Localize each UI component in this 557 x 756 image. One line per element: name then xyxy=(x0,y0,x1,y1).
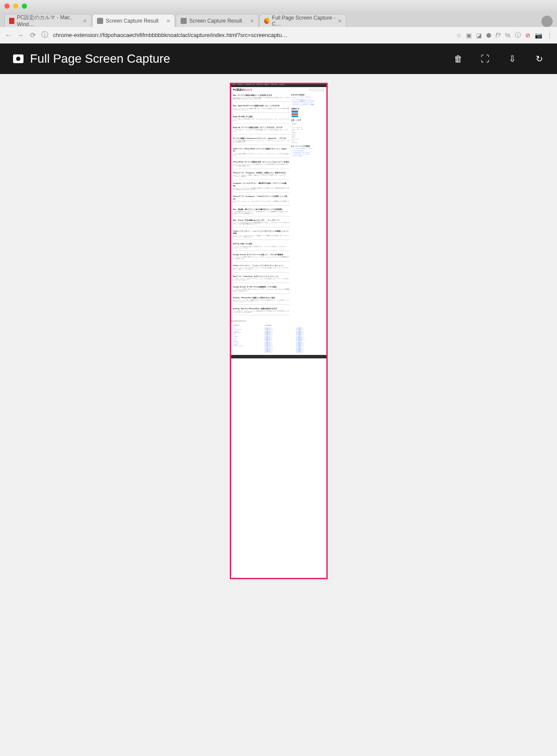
pocket-icon[interactable]: ⬢ xyxy=(486,32,491,39)
mini-article-title: Apple ID の使い方と設定 xyxy=(233,115,290,118)
block-icon[interactable]: ⊘ xyxy=(525,32,530,39)
mini-article-title: 2ファクタ認証で icloud.com にサインイン（Apple ID） - ブ… xyxy=(233,137,290,139)
mini-nav-item: Home xyxy=(232,84,236,87)
mini-article-body: 2ファクタ認証を有効にしたアカウント（Apple ID）で、iPhone/iPa… xyxy=(233,153,290,156)
font-icon[interactable]: f? xyxy=(496,32,501,39)
forward-button[interactable]: → xyxy=(17,31,24,39)
menu-icon[interactable]: ⋮ xyxy=(547,32,553,39)
sidebar-net-link: 2. MACアドレスとは？ xyxy=(292,150,324,152)
favicon-icon xyxy=(97,18,103,24)
mini-article-title: iOSデバイス（iPhone/iPad）に2ファクタ認証でサインイン（Apple… xyxy=(233,148,290,152)
history-button[interactable]: ↻ xyxy=(534,54,544,64)
browser-tab[interactable]: Full Page Screen Capture - C… × xyxy=(259,14,346,27)
tab-close-icon[interactable]: × xyxy=(338,17,342,24)
link-icon[interactable]: % xyxy=(505,32,510,39)
tab-title: PC設定のカルマ - Mac、Wind… xyxy=(17,14,81,27)
mini-article-title: Mac - 再起動（再ログイン）後も作業中のウインドウを再度開く xyxy=(233,208,290,210)
star-icon[interactable]: ☆ xyxy=(456,32,462,39)
tab-close-icon[interactable]: × xyxy=(167,17,170,24)
mini-article-title: Google Chrome タブのメモリを自動解放（メモリ節約） xyxy=(233,286,290,288)
mini-nav-item: Windows10 xyxy=(237,84,244,87)
user-avatar-icon[interactable] xyxy=(541,16,553,27)
mini-article-title: iPhoneアプリ「Instagram」の言語を（英語などに）変更する方法 xyxy=(233,172,290,174)
mini-article: iPhone/iPad - 2ファクタ認証を有効（オン）にしてセキュリティを強化… xyxy=(233,161,290,169)
mini-article-title: AirDrop - iPhone/iPad で撮影した写真を Mac に送信 xyxy=(233,297,290,299)
sidebar-category-item: Apple TV - 使い方と… xyxy=(292,127,324,128)
captured-screenshot[interactable]: HomeWindows10Windows8MaciPhone/iPadApple… xyxy=(230,83,328,579)
mini-article: Mac - 再起動（再ログイン）後も作業中のウインドウを再度開くMac を再起動… xyxy=(233,208,290,216)
sidebar-recent-link: 4. Windows10 で、Windows Live メール… xyxy=(292,102,324,104)
tab-strip: PC設定のカルマ - Mac、Wind… × Screen Capture Re… xyxy=(0,12,557,27)
window-minimize-button[interactable] xyxy=(13,3,18,9)
mini-article: iOSデバイス（iPhone/iPad）に2ファクタ認証でサインイン（Apple… xyxy=(233,148,290,158)
info2-icon[interactable]: ⓘ xyxy=(515,31,521,39)
footer-archive-title: アーカイブ xyxy=(265,325,292,327)
url-field[interactable]: chrome-extension://fdpohaocaechififmbbbb… xyxy=(53,32,452,38)
sidebar-recent-title: 今日の人気記事 xyxy=(292,94,324,96)
cast-icon[interactable]: ▣ xyxy=(466,32,472,39)
mini-article: Instagram（インスタグラム） - 電話番号の登録（プロフィールの編集）I… xyxy=(233,182,290,192)
mini-article-title: Instagram（インスタグラム） - 電話番号の登録（プロフィールの編集） xyxy=(233,182,290,186)
mini-article-title: Mac - Apple ID の2ファクタ認証を有効（オン）にする方法 xyxy=(233,105,290,107)
sidebar-social-title: 購読する xyxy=(292,108,324,110)
footer-cat-link: HDMI xyxy=(233,334,261,335)
mini-article-body: Twitter で、ミュートしているアカウントの確認とミュート解除する方法を紹介… xyxy=(233,235,290,238)
back-button[interactable]: ← xyxy=(4,31,12,39)
mini-article: iPhoneアプリ「Instagram」の言語を（英語などに）変更する方法iPh… xyxy=(233,172,290,180)
sidebar-category-item: iPhone/iPad xyxy=(292,142,324,143)
extension-title: Full Page Screen Capture xyxy=(30,52,170,66)
extension-icon[interactable]: ◪ xyxy=(476,32,482,39)
footer-cat-link: Mac xyxy=(233,327,261,329)
mini-article-body: AirDrop を使って、Mac から iPhone/iPad へ画像を送信する… xyxy=(233,310,290,314)
mini-article: Macアプリ「TinkerTool」のダウンロードとインストールMacアプリ「T… xyxy=(233,275,290,284)
expand-button[interactable]: ⛶ xyxy=(480,54,490,64)
window-zoom-button[interactable] xyxy=(22,3,27,9)
mini-article: Mac - iCloud「空き容量はあと少しです」 - アップグレードMac で… xyxy=(233,219,290,227)
browser-tab-active[interactable]: Screen Capture Result × xyxy=(92,14,175,27)
reload-button[interactable]: ⟳ xyxy=(29,31,37,39)
browser-tab[interactable]: PC設定のカルマ - Mac、Wind… × xyxy=(4,14,91,27)
mini-article-body: Mac で、Apple ID の2ファクタ認証を有効（オン）にする方法を紹介しま… xyxy=(233,108,290,111)
mini-article-body: iPhoneアプリ「Instagram」の言語を（英語などに）変更する方法を紹介… xyxy=(233,175,290,178)
footer-archive-link: 2014年8月 (35) xyxy=(265,351,292,353)
download-button[interactable]: ⇩ xyxy=(507,54,517,64)
sidebar-net-link: 5. IPアドレスとは？ xyxy=(292,155,324,157)
capture-viewport: HomeWindows10Windows8MaciPhone/iPadApple… xyxy=(0,74,557,756)
sidebar-recent-link: 2. Mac - Windows を USB フラッシュ… xyxy=(292,99,324,100)
info-icon[interactable]: ⓘ xyxy=(41,31,49,39)
favicon-icon xyxy=(9,18,14,24)
browser-tab[interactable]: Screen Capture Result × xyxy=(176,14,258,27)
sidebar-net-link: 4. ARPプロトコル - MACアドレス… xyxy=(292,154,324,155)
tab-close-icon[interactable]: × xyxy=(250,17,254,24)
mini-logo: PC設定のカルマ xyxy=(233,88,252,92)
sidebar-category-item: Skype xyxy=(292,140,324,142)
mini-pagination: 12345…» xyxy=(231,320,326,322)
window-close-button[interactable] xyxy=(4,3,10,9)
sidebar-category-item: Chrome xyxy=(292,134,324,135)
sidebar-category-item: VirtualBox xyxy=(292,132,324,133)
sidebar-category-item: iTunes xyxy=(292,137,324,138)
mini-article: Apple ID - 2ファクタ認証を無効（オフ）にする方法 - ブラウザブラウ… xyxy=(233,126,290,135)
tab-close-icon[interactable]: × xyxy=(83,17,87,24)
delete-button[interactable]: 🗑 xyxy=(453,54,463,64)
mini-article-body: ブラウザを使って、Apple ID の2ファクタ認証を無効（オフ）にする方法を紹… xyxy=(233,129,290,132)
address-bar: ← → ⟳ ⓘ chrome-extension://fdpohaocaechi… xyxy=(0,27,557,44)
camera-icon[interactable]: 📷 xyxy=(535,32,542,39)
mini-article-title: Twitter（ツイッター） - フォローしているアカウントをミュート xyxy=(233,264,290,267)
sidebar-recent-link: 1. Twitter（ツイッター）アカウント… xyxy=(292,97,324,98)
mini-article-body: ここでは AirDrop の使い方と設定方法を紹介します。AirDrop Air… xyxy=(233,246,290,249)
mini-article-body: Apple ID の使い方と設定を紹介します。Apple ID とは Apple… xyxy=(233,118,290,122)
mini-article-title: Google Chrome タスクマネージャを使って、メモリを手動解放 xyxy=(233,253,290,256)
mini-article-body: iPhone/iPad で、AirDrop をオフ（送受信しない）にする方法を紹… xyxy=(233,300,290,303)
mini-article: Twitter（ツイッター） - フォローしているアカウントをミュートTwitt… xyxy=(233,264,290,273)
footer-archive-link: 2013年2月 (8) xyxy=(296,351,324,353)
mini-article-title: Apple ID - 2ファクタ認証を無効（オフ）にする方法 - ブラウザ xyxy=(233,126,290,128)
sidebar-category-item: Windows8 xyxy=(292,124,324,125)
mini-article-title: Macアプリ「TinkerTool」のダウンロードとインストール xyxy=(233,275,290,277)
sidebar-recent-link: 3. Windows10 - 起動時のパスワード入力… xyxy=(292,101,324,102)
footer-cat-link: VirtualBox xyxy=(233,336,261,337)
mini-nav-item: Mac xyxy=(252,84,255,87)
footer-cat-link: Skype xyxy=(233,339,261,340)
mini-search xyxy=(309,89,324,91)
sidebar-recent-link: 5. Windows10 - Microsoftアカウントを新規… xyxy=(292,104,324,105)
